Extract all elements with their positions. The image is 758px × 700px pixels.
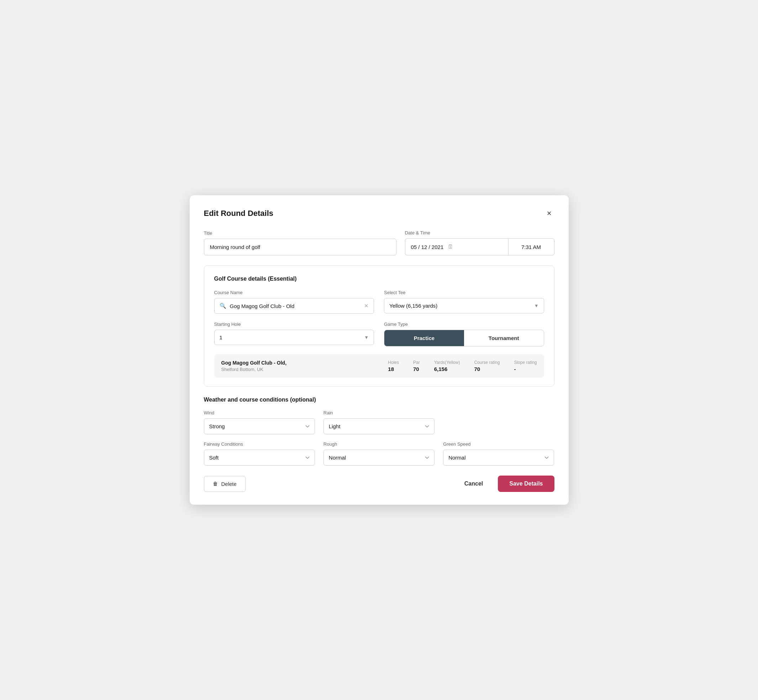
datetime-label: Date & Time [405,230,554,236]
course-full-name: Gog Magog Golf Club - Old, [221,360,388,366]
game-type-label: Game Type [384,322,544,327]
green-speed-label: Green Speed [443,441,554,447]
par-value: 70 [413,366,419,372]
footer-row: 🗑 Delete Cancel Save Details [204,475,554,492]
slope-rating-stat: Slope rating - [514,360,537,372]
chevron-down-icon: ▼ [534,303,539,308]
holes-value: 18 [388,366,394,372]
fairway-select[interactable]: Soft Firm Normal Wet [204,450,315,466]
slope-rating-label: Slope rating [514,360,537,365]
select-tee-dropdown[interactable]: Yellow (6,156 yards) ▼ [384,298,544,313]
wind-rain-row: Wind Strong None Light Moderate Rain Lig… [204,410,554,434]
practice-toggle-button[interactable]: Practice [384,330,464,346]
save-button[interactable]: Save Details [498,475,554,492]
green-speed-select[interactable]: Normal Slow Fast [443,450,554,466]
yards-label: Yards(Yellow) [434,360,460,365]
conditions-title: Weather and course conditions (optional) [204,397,554,403]
clear-icon[interactable]: ✕ [364,303,369,309]
golf-course-section-title: Golf Course details (Essential) [214,276,544,282]
wind-select[interactable]: Strong None Light Moderate [204,418,315,434]
green-speed-group: Green Speed Normal Slow Fast [443,441,554,466]
conditions-section: Weather and course conditions (optional)… [204,397,554,466]
footer-right: Cancel Save Details [458,475,554,492]
course-tee-row: Course Name 🔍 Gog Magog Golf Club - Old … [214,290,544,314]
cancel-button[interactable]: Cancel [458,476,489,492]
time-field[interactable]: 7:31 AM [508,238,554,255]
time-value: 7:31 AM [522,244,541,250]
par-label: Par [413,360,420,365]
course-name-value: Gog Magog Golf Club - Old [230,303,361,309]
trash-icon: 🗑 [213,481,218,487]
calendar-icon: 🗓 [448,244,453,250]
rain-group: Rain Light None Moderate Heavy [324,410,434,434]
slope-rating-value: - [514,366,516,372]
fairway-rough-green-row: Fairway Conditions Soft Firm Normal Wet … [204,441,554,466]
title-field-group: Title [204,230,396,255]
course-name-label: Course Name [214,290,374,295]
date-field[interactable]: 05 / 12 / 2021 🗓 [405,238,508,255]
fairway-group: Fairway Conditions Soft Firm Normal Wet [204,441,315,466]
holes-stat: Holes 18 [388,360,399,372]
title-label: Title [204,230,396,236]
select-tee-group: Select Tee Yellow (6,156 yards) ▼ [384,290,544,314]
delete-button[interactable]: 🗑 Delete [204,476,246,492]
modal-header: Edit Round Details × [204,208,554,219]
course-rating-value: 70 [474,366,480,372]
tournament-toggle-button[interactable]: Tournament [464,330,544,346]
search-icon: 🔍 [219,303,226,309]
course-name-input-wrap[interactable]: 🔍 Gog Magog Golf Club - Old ✕ [214,298,374,314]
wind-group: Wind Strong None Light Moderate [204,410,315,434]
starting-hole-group: Starting Hole 1 ▼ [214,322,374,347]
starting-hole-dropdown[interactable]: 1 ▼ [214,330,374,345]
fairway-label: Fairway Conditions [204,441,315,447]
game-type-group: Game Type Practice Tournament [384,322,544,347]
rain-label: Rain [324,410,434,416]
game-type-toggle: Practice Tournament [384,330,544,347]
date-value: 05 / 12 / 2021 [411,244,444,250]
course-info-row: Gog Magog Golf Club - Old, Shelford Bott… [214,354,544,378]
datetime-field-group: Date & Time 05 / 12 / 2021 🗓 7:31 AM [405,230,554,255]
yards-value: 6,156 [434,366,448,372]
select-tee-label: Select Tee [384,290,544,295]
yards-stat: Yards(Yellow) 6,156 [434,360,460,372]
select-tee-value: Yellow (6,156 yards) [389,303,437,309]
hole-gametype-row: Starting Hole 1 ▼ Game Type Practice Tou… [214,322,544,347]
title-input[interactable] [204,239,396,255]
modal-title: Edit Round Details [204,209,274,218]
rough-label: Rough [324,441,434,447]
golf-course-section: Golf Course details (Essential) Course N… [204,266,554,387]
course-rating-label: Course rating [474,360,500,365]
chevron-down-icon-2: ▼ [364,335,369,340]
close-button[interactable]: × [544,208,554,219]
rough-select[interactable]: Normal Firm Soft Wet [324,450,434,466]
rough-group: Rough Normal Firm Soft Wet [324,441,434,466]
datetime-row: 05 / 12 / 2021 🗓 7:31 AM [405,238,554,255]
wind-label: Wind [204,410,315,416]
course-rating-stat: Course rating 70 [474,360,500,372]
course-name-group: Course Name 🔍 Gog Magog Golf Club - Old … [214,290,374,314]
top-row: Title Date & Time 05 / 12 / 2021 🗓 7:31 … [204,230,554,255]
delete-label: Delete [221,481,236,487]
edit-round-modal: Edit Round Details × Title Date & Time 0… [190,195,568,505]
starting-hole-label: Starting Hole [214,322,374,327]
rain-select[interactable]: Light None Moderate Heavy [324,418,434,434]
holes-label: Holes [388,360,399,365]
par-stat: Par 70 [413,360,420,372]
starting-hole-value: 1 [219,334,222,341]
course-info-name: Gog Magog Golf Club - Old, Shelford Bott… [221,360,388,372]
course-location: Shelford Bottom, UK [221,367,388,372]
course-stats: Holes 18 Par 70 Yards(Yellow) 6,156 Cour… [388,360,537,372]
